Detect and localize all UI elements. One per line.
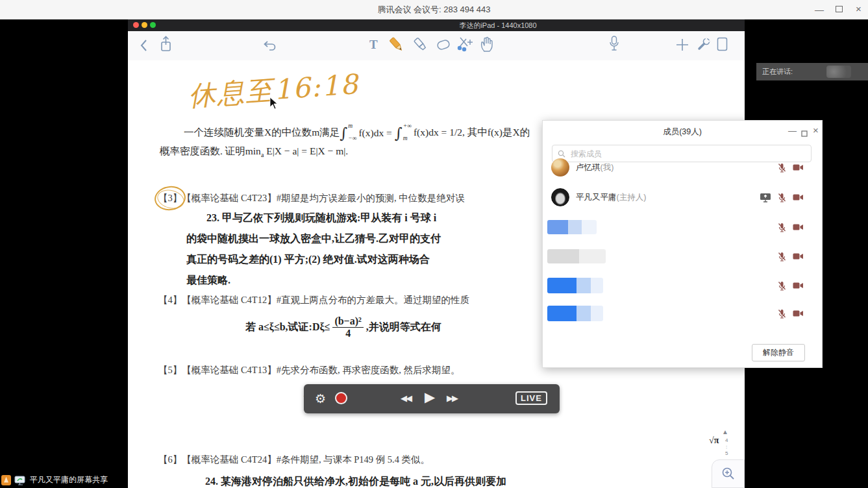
play-button[interactable]: ▶ [425,389,435,405]
monitor-icon [14,475,26,485]
eraser-icon [434,36,453,53]
pencil-icon [388,35,406,55]
eraser-tool-button[interactable] [434,36,453,53]
formula-4: 若 a≤ξ≤b,试证:Dξ≤ (b−a)²4 ,并说明等式在何 [245,315,441,340]
maximize-icon [801,130,808,137]
question-24-line: 24. 某海港对停泊船只供给净水,初始价是每吨 a 元,以后再供则要加 [205,475,506,488]
pages-panel-button[interactable] [716,36,729,52]
member-row[interactable] [543,214,822,240]
question-23-line4: 最佳策略. [186,274,230,287]
sqrt-pi-fragment: √π [709,435,719,446]
member-row[interactable] [543,273,822,299]
member-row[interactable] [543,300,822,326]
member-name: 卢忆琪 [576,163,601,172]
camera-off-icon[interactable] [793,310,804,317]
wrench-icon [697,36,712,52]
plus-icon [675,38,689,52]
item-3-line: 【3】【概率论基础 C4T23】#期望是均方误差最小的预测, 中位数是绝对误 [158,192,465,204]
undo-button[interactable] [262,39,277,51]
mic-off-icon[interactable] [778,281,786,291]
question-23-line2: 的袋中随机摸出一球放入密盒中,让乙猜号.乙对甲的支付 [186,232,441,246]
hand-icon [478,35,497,53]
mic-off-icon[interactable] [778,309,786,319]
redacted-member-name [547,306,603,321]
mac-close-icon[interactable] [133,22,139,28]
item-6-line: 【6】【概率论基础 C4T24】#条件期望, 与课本 P149 例 5.4 类似… [158,454,430,466]
page-separator: : [726,445,727,450]
window-close-button[interactable]: × [856,5,862,14]
pencil-tool-button[interactable] [388,35,406,55]
problem-statement-line2: 概率密度函数. 证明mina E|X − a| = E|X − m|. [160,145,348,158]
ipad-window-titlebar: 李达的iPad - 1440x1080 [128,19,745,31]
tiger-avatar [551,158,569,177]
hand-tool-button[interactable] [478,35,497,53]
share-button[interactable] [159,36,172,53]
app-logo-icon [1,475,11,485]
zoom-in-magnifier-icon [721,467,736,481]
screen-share-icon[interactable] [760,193,771,202]
members-panel: 成员(39人) — × 卢忆琪(我) 平凡又平庸(主持人) [542,120,823,368]
scissors-icon [456,35,475,53]
record-button[interactable] [335,392,347,404]
member-name: 平凡又平庸 [576,193,617,202]
live-badge: LIVE [515,391,547,405]
mic-off-icon[interactable] [778,223,786,232]
page-up-arrow[interactable]: ▲ [722,429,728,435]
forward-button[interactable]: ▶▶ [447,393,457,403]
gear-icon[interactable]: ⚙ [315,391,326,406]
page-current: 4 [725,438,728,443]
mic-off-icon[interactable] [778,163,786,173]
panel-minimize-button[interactable]: — [788,126,797,136]
text-tool-button[interactable]: T [369,38,378,52]
panel-maximize-button[interactable] [801,128,808,140]
undo-icon [262,39,277,51]
redacted-member-name [547,278,603,293]
members-panel-title: 成员(39人) [543,127,822,138]
now-speaking-bar: 正在讲话: [756,63,868,80]
monkey-avatar [551,188,569,206]
highlighter-icon [412,35,430,55]
mic-icon [608,35,620,53]
screen-share-indicator[interactable]: 平凡又平庸的屏幕共享 [0,472,108,488]
mac-zoom-icon[interactable] [150,22,156,28]
member-suffix: (主持人) [617,193,647,202]
camera-off-icon[interactable] [793,223,804,231]
camera-off-icon[interactable] [793,252,804,260]
back-button[interactable] [140,39,147,52]
redacted-member-name [547,220,597,234]
unmute-button[interactable]: 解除静音 [752,344,805,361]
microphone-button[interactable] [608,35,620,53]
redacted-member-name [547,249,606,263]
camera-off-icon[interactable] [793,193,804,201]
mic-off-icon[interactable] [778,193,786,202]
window-minimize-button[interactable]: — [815,5,824,14]
question-23-line1: 23. 甲与乙依下列规则玩随机游戏:甲从装有 i 号球 i [206,212,436,225]
highlighter-tool-button[interactable] [412,35,430,55]
add-page-button[interactable] [675,38,689,52]
settings-tools-button[interactable] [697,36,712,52]
zoom-button[interactable] [712,459,745,488]
speaker-avatar-blurred [826,66,851,78]
window-restore-button[interactable] [836,6,843,12]
mac-minimize-icon[interactable] [142,22,147,28]
question-23-line3: 真正的号码之差的(1) 平方;(2) 绝对值.试对这两种场合 [186,253,430,267]
camera-off-icon[interactable] [793,164,804,171]
panel-close-button[interactable]: × [813,125,819,136]
camera-off-icon[interactable] [793,282,804,289]
member-row[interactable]: 卢忆琪(我) [543,154,822,180]
text-tool-icon: T [369,38,378,52]
screen-share-text: 平凡又平庸的屏幕共享 [30,474,108,485]
notes-toolbar: T [128,31,745,61]
item-5-line: 【5】【概率论基础 C4T13】#先求分布函数, 再求密度函数, 然后求期望。 [158,364,460,376]
item-4-line: 【4】【概率论基础 C4T12】#直观上两点分布的方差最大。通过期望的性质 [158,294,469,306]
page-total: 5 [725,451,728,456]
meeting-window-titlebar: 腾讯会议 会议号: 283 494 443 [0,0,868,19]
ipad-window-title: 李达的iPad - 1440x1080 [401,21,595,30]
restore-icon [836,6,843,12]
member-row[interactable]: 平凡又平庸(主持人) [543,184,822,210]
rewind-button[interactable]: ◀◀ [401,393,411,403]
scissors-tool-button[interactable] [456,35,475,53]
mic-off-icon[interactable] [778,252,786,262]
now-speaking-label: 正在讲话: [762,67,793,77]
member-row[interactable] [543,243,822,269]
